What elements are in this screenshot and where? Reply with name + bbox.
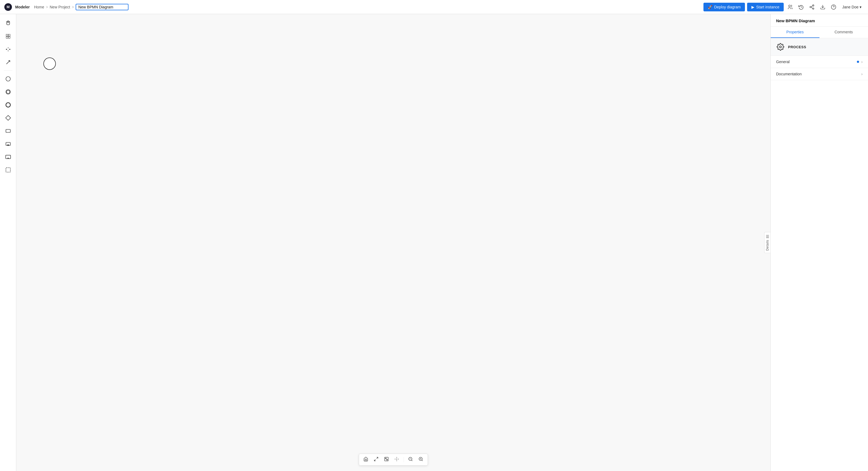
collaborators-button[interactable] — [786, 3, 795, 11]
minimap-button[interactable] — [383, 456, 390, 464]
select-tool-button[interactable] — [2, 30, 14, 42]
svg-rect-25 — [6, 129, 10, 132]
gateway-tool-button[interactable] — [2, 112, 14, 124]
toolbar-divider-1 — [4, 70, 12, 71]
details-tab-icon: ☰ — [766, 234, 769, 239]
left-toolbar — [0, 14, 16, 471]
bottom-divider — [404, 457, 404, 462]
help-button[interactable] — [829, 3, 838, 11]
start-event-tool-button[interactable] — [2, 73, 14, 85]
general-section-right: › — [857, 60, 863, 64]
svg-point-4 — [810, 6, 811, 8]
zoom-in-icon — [418, 457, 424, 462]
end-event-icon — [5, 102, 11, 108]
connect-icon — [5, 59, 11, 65]
expanded-subprocess-tool-button[interactable] — [2, 151, 14, 163]
task-tool-button[interactable] — [2, 125, 14, 137]
breadcrumb-sep1: > — [46, 5, 48, 9]
svg-rect-34 — [6, 168, 10, 172]
main-layout: ☰ Details — [0, 14, 868, 471]
fullscreen-button[interactable] — [373, 456, 380, 464]
zoom-out-button[interactable] — [407, 456, 414, 464]
process-label: PROCESS — [788, 45, 806, 49]
user-menu-button[interactable]: Jane Doe ▾ — [840, 3, 864, 11]
process-gear-icon — [776, 42, 785, 51]
comments-tab[interactable]: Comments — [819, 27, 868, 38]
download-icon — [820, 4, 826, 10]
fullscreen-icon — [374, 457, 379, 462]
diagram-name-input[interactable] — [75, 4, 128, 10]
svg-point-52 — [780, 46, 781, 48]
general-chevron-icon: › — [861, 60, 863, 64]
breadcrumb-project[interactable]: New Project — [50, 5, 70, 9]
download-button[interactable] — [818, 3, 827, 11]
end-event-tool-button[interactable] — [2, 99, 14, 111]
space-tool-button[interactable] — [2, 43, 14, 55]
canvas-bottom-toolbar — [359, 454, 428, 466]
svg-point-0 — [788, 5, 790, 7]
deploy-diagram-button[interactable]: 🚀 Deploy diagram — [704, 3, 745, 11]
process-header: PROCESS — [771, 38, 868, 56]
hand-icon — [5, 20, 11, 26]
svg-rect-14 — [8, 37, 10, 38]
right-panel-tabs: Properties Comments — [771, 27, 868, 38]
details-tab-label: Details — [766, 240, 769, 251]
gateway-icon — [5, 115, 11, 121]
svg-line-36 — [374, 460, 376, 461]
general-section[interactable]: General › — [771, 56, 868, 68]
canvas-inner: ☰ Details — [16, 14, 770, 471]
space-tool-icon — [5, 46, 11, 52]
zoom-in-button[interactable] — [417, 456, 425, 464]
select-icon — [5, 33, 11, 39]
details-tab[interactable]: ☰ Details — [764, 232, 770, 253]
svg-rect-12 — [8, 34, 10, 36]
expanded-subprocess-icon — [5, 154, 11, 160]
svg-line-6 — [811, 7, 813, 8]
connect-tool-button[interactable] — [2, 56, 14, 68]
right-panel-title: New BPMN Diagram — [771, 14, 868, 27]
breadcrumb-home[interactable]: Home — [34, 5, 44, 9]
svg-point-23 — [6, 103, 10, 107]
zoom-out-icon — [408, 457, 413, 462]
history-icon — [798, 4, 804, 10]
task-icon — [5, 128, 11, 134]
app-logo: M — [4, 3, 12, 11]
breadcrumb-sep2: > — [72, 5, 74, 9]
svg-point-40 — [397, 459, 397, 459]
history-button[interactable] — [797, 3, 805, 11]
svg-rect-13 — [6, 37, 8, 38]
documentation-section[interactable]: Documentation › — [771, 68, 868, 80]
reset-view-icon — [364, 457, 368, 462]
start-instance-button[interactable]: ▶ Start instance — [747, 3, 784, 11]
svg-marker-24 — [5, 116, 10, 120]
properties-tab[interactable]: Properties — [771, 27, 819, 38]
canvas-area[interactable]: ☰ Details — [16, 14, 770, 471]
collaborators-icon — [787, 4, 793, 10]
topbar-actions: 🚀 Deploy diagram ▶ Start instance — [704, 3, 864, 11]
share-button[interactable] — [808, 3, 816, 11]
hand-tool-button[interactable] — [2, 17, 14, 29]
subprocess-tool-button[interactable] — [2, 138, 14, 150]
documentation-label: Documentation — [776, 72, 802, 76]
app-name: Modeler — [15, 5, 30, 9]
documentation-section-right: › — [861, 72, 863, 76]
general-label: General — [776, 60, 790, 64]
svg-line-35 — [376, 457, 378, 459]
svg-line-2 — [801, 7, 802, 8]
bpmn-start-event[interactable] — [43, 58, 56, 70]
intermediate-event-tool-button[interactable] — [2, 86, 14, 98]
svg-point-3 — [813, 5, 814, 6]
start-event-icon — [5, 76, 11, 82]
svg-rect-11 — [6, 34, 8, 36]
reset-view-button[interactable] — [363, 456, 370, 464]
navigate-button[interactable] — [393, 456, 400, 464]
navigate-icon — [395, 457, 399, 462]
right-panel: New BPMN Diagram Properties Comments PRO… — [770, 14, 868, 471]
svg-point-22 — [6, 90, 10, 94]
play-icon: ▶ — [751, 5, 754, 9]
user-name: Jane Doe — [842, 5, 859, 9]
share-icon — [809, 4, 815, 10]
topbar: M Modeler Home > New Project > 🚀 Deploy … — [0, 0, 868, 14]
svg-line-7 — [811, 6, 813, 6]
group-tool-button[interactable] — [2, 164, 14, 176]
